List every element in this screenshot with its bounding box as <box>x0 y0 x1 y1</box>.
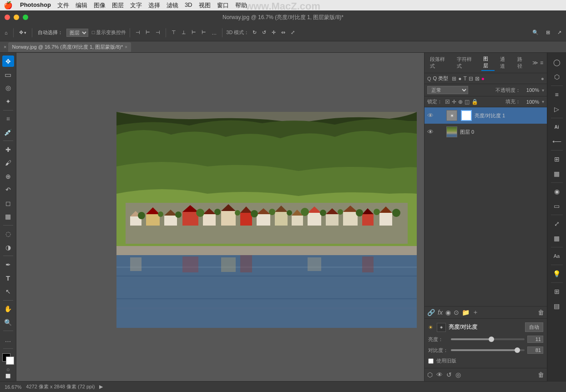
menu-filter[interactable]: 滤镜 <box>167 1 178 10</box>
menu-view[interactable]: 视图 <box>199 1 211 10</box>
filter-icon-color[interactable]: ● <box>481 75 485 82</box>
gradient-tool[interactable]: ▦ <box>2 211 14 222</box>
brightness-value[interactable] <box>527 336 543 343</box>
traffic-light-minimize[interactable] <box>14 15 19 20</box>
fr-bulb-icon[interactable]: 💡 <box>550 267 564 281</box>
heal-tool[interactable]: ✚ <box>2 144 14 155</box>
brightness-slider-thumb[interactable] <box>489 337 494 342</box>
lock-all-icon[interactable]: 🔒 <box>471 99 478 105</box>
brightness-slider[interactable] <box>451 338 525 340</box>
fr-learn-icon[interactable]: ◯ <box>550 55 564 69</box>
share-button[interactable]: ↗ <box>556 29 563 36</box>
fr-layers-bottom-icon[interactable]: ⊞ <box>550 285 564 298</box>
layer-visibility-2[interactable]: 👁 <box>427 128 435 136</box>
zoom-tool[interactable]: 🔍 <box>2 317 14 328</box>
layer-mask-1[interactable] <box>461 110 472 121</box>
panel-menu-icon[interactable]: ≡ <box>540 60 543 66</box>
lock-position-icon[interactable]: ⊕ <box>458 99 463 105</box>
fr-play-icon[interactable]: ▷ <box>550 102 564 116</box>
menu-3d[interactable]: 3D <box>185 1 192 10</box>
legacy-checkbox[interactable] <box>428 358 434 364</box>
visibility-toggle-icon[interactable]: ◎ <box>455 371 461 378</box>
canvas-area[interactable] <box>16 53 424 381</box>
layer-item-background[interactable]: 👁 图层 0 <box>424 124 547 140</box>
tab-paths[interactable]: 路径 <box>515 55 529 70</box>
fr-font-icon[interactable]: Aa <box>550 249 564 263</box>
path-select-tool[interactable]: ↖ <box>2 286 14 297</box>
hand-tool[interactable]: ✋ <box>2 303 14 314</box>
move-tool[interactable]: ✥ <box>2 55 14 67</box>
contrast-slider[interactable] <box>451 349 525 351</box>
more-options-button[interactable]: … <box>210 29 218 36</box>
menu-window[interactable]: 窗口 <box>217 1 229 10</box>
fx-icon[interactable]: fx <box>438 309 443 316</box>
filter-icon-smart[interactable]: ⊠ <box>475 75 480 82</box>
filter-toggle[interactable]: ● <box>541 75 544 82</box>
dist2-button[interactable]: ⊥ <box>180 29 188 36</box>
adj-icon[interactable]: ⊙ <box>454 309 459 316</box>
apple-menu[interactable]: 🍎 <box>4 1 13 10</box>
layer-item-brightness[interactable]: 👁 ☀ 亮度/对比度 1 <box>424 107 547 124</box>
fr-grid2-icon[interactable]: ▦ <box>550 167 564 181</box>
fill-arrow[interactable]: ▾ <box>542 99 544 104</box>
fr-bottom-icon[interactable]: ▤ <box>550 299 564 313</box>
filter-icon-effect[interactable]: ⊟ <box>469 75 473 82</box>
fr-libraries-icon[interactable]: ⬡ <box>550 70 564 84</box>
traffic-light-close[interactable] <box>5 15 10 20</box>
background-color[interactable] <box>6 357 14 365</box>
lock-transparent-icon[interactable]: ☒ <box>445 99 450 105</box>
menu-photoshop[interactable]: Photoshop <box>20 1 51 10</box>
3d-btn-2[interactable]: ↺ <box>260 29 268 36</box>
tab-close-x[interactable]: × <box>4 44 6 50</box>
menu-layer[interactable]: 图层 <box>112 1 124 10</box>
more-tools[interactable]: … <box>2 334 14 345</box>
reset-icon[interactable]: ↺ <box>446 371 452 378</box>
3d-btn-3[interactable]: ✛ <box>270 29 278 36</box>
magic-wand-tool[interactable]: ✦ <box>2 95 14 107</box>
fr-grid-icon[interactable]: ⊞ <box>550 152 564 166</box>
pen-tool[interactable]: ✒ <box>2 259 14 270</box>
new-layer-icon[interactable]: ＋ <box>472 308 479 317</box>
fr-table-icon[interactable]: ▦ <box>550 231 564 245</box>
traffic-light-maximize[interactable] <box>23 15 28 20</box>
menu-image[interactable]: 图像 <box>94 1 106 10</box>
align-left-button[interactable]: ⊣ <box>134 29 142 36</box>
3d-btn-4[interactable]: ⇔ <box>279 29 287 36</box>
3d-btn-1[interactable]: ↻ <box>251 29 258 36</box>
eyedropper-tool[interactable]: 💉 <box>2 126 14 138</box>
history-tool[interactable]: ↶ <box>2 184 14 195</box>
dist3-button[interactable]: ⊢ <box>190 29 198 36</box>
blend-mode-select[interactable]: 正常 <box>427 86 468 94</box>
group-icon[interactable]: 📁 <box>462 309 470 316</box>
clip-to-layer-icon[interactable]: ⬡ <box>427 371 433 378</box>
tab-channels[interactable]: 通道 <box>498 55 511 70</box>
filter-icon-kind[interactable]: ⊞ <box>452 75 456 82</box>
opacity-arrow[interactable]: ▾ <box>542 88 544 93</box>
workspace-button[interactable]: ⊞ <box>544 29 552 36</box>
eye-visibility-icon[interactable]: 👁 <box>436 371 443 378</box>
move-tool-button[interactable]: ✥ ▾ <box>17 29 28 36</box>
eraser-tool[interactable]: ◻ <box>2 197 14 209</box>
filter-icon-mode[interactable]: T <box>463 75 466 82</box>
status-arrow[interactable]: ▶ <box>99 384 103 390</box>
dist4-button[interactable]: ⊢ <box>200 29 208 36</box>
dist-button[interactable]: ⊤ <box>170 29 178 36</box>
lasso-tool[interactable]: ◎ <box>2 82 14 94</box>
fr-circle-icon[interactable]: ◉ <box>550 185 564 198</box>
menu-edit[interactable]: 编辑 <box>76 1 87 10</box>
type-tool[interactable]: T <box>2 272 14 284</box>
layer-visibility-1[interactable]: 👁 <box>427 112 435 119</box>
clone-tool[interactable]: ⊕ <box>2 171 14 182</box>
align-center-button[interactable]: ⊢ <box>144 29 152 36</box>
menu-file[interactable]: 文件 <box>57 1 69 10</box>
marquee-tool[interactable]: ▭ <box>2 69 14 80</box>
crop-tool[interactable]: ⌗ <box>2 113 14 125</box>
fr-ai-icon[interactable]: Ai <box>550 120 564 134</box>
3d-btn-5[interactable]: ⤢ <box>289 29 297 36</box>
fr-rect-icon[interactable]: ▭ <box>550 199 564 213</box>
fr-properties-icon[interactable]: ≡ <box>550 88 564 101</box>
tab-norway[interactable]: Norway.jpg @ 16.7% (亮度/对比度 1, 图层蒙版/8)* × <box>8 42 131 52</box>
quick-mask[interactable]: ⊙ <box>6 367 10 372</box>
lock-artboard-icon[interactable]: ◫ <box>465 99 470 105</box>
blur-tool[interactable]: ◌ <box>2 228 14 240</box>
